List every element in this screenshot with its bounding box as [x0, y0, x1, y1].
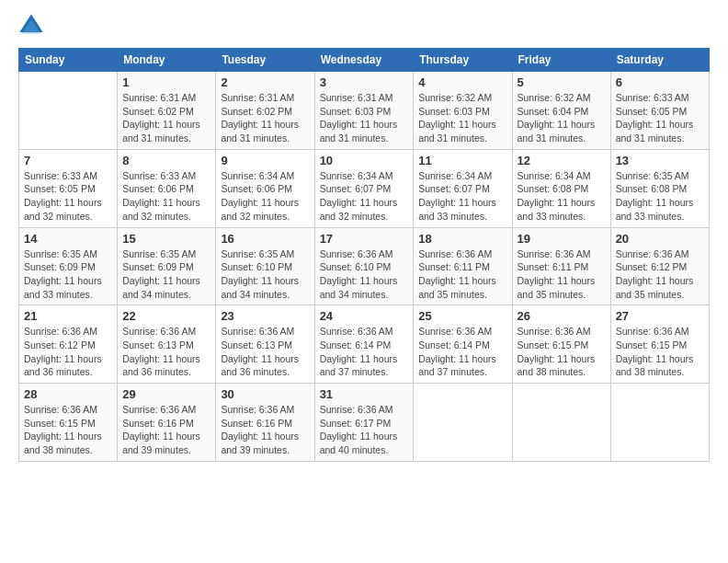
day-number: 19: [518, 232, 606, 246]
calendar-table: SundayMondayTuesdayWednesdayThursdayFrid…: [18, 48, 710, 462]
calendar-cell: 23Sunrise: 6:36 AM Sunset: 6:13 PM Dayli…: [216, 305, 314, 384]
calendar-cell: 19Sunrise: 6:36 AM Sunset: 6:11 PM Dayli…: [512, 227, 610, 305]
day-number: 28: [24, 387, 112, 401]
day-number: 2: [221, 75, 309, 89]
col-header-friday: Friday: [512, 49, 610, 72]
day-info: Sunrise: 6:33 AM Sunset: 6:05 PM Dayligh…: [616, 91, 704, 145]
day-number: 7: [24, 154, 112, 167]
calendar-cell: 29Sunrise: 6:36 AM Sunset: 6:16 PM Dayli…: [118, 384, 216, 462]
calendar-cell: 6Sunrise: 6:33 AM Sunset: 6:05 PM Daylig…: [610, 72, 709, 150]
calendar-cell: 30Sunrise: 6:36 AM Sunset: 6:16 PM Dayli…: [216, 384, 314, 462]
day-number: 25: [418, 309, 506, 323]
calendar-cell: 16Sunrise: 6:35 AM Sunset: 6:10 PM Dayli…: [216, 227, 314, 305]
day-number: 23: [221, 309, 309, 323]
calendar-cell: 18Sunrise: 6:36 AM Sunset: 6:11 PM Dayli…: [414, 227, 512, 305]
calendar-cell: 3Sunrise: 6:31 AM Sunset: 6:03 PM Daylig…: [314, 72, 414, 150]
logo: [18, 15, 48, 39]
calendar-cell: 4Sunrise: 6:32 AM Sunset: 6:03 PM Daylig…: [414, 72, 512, 150]
day-number: 8: [122, 154, 210, 167]
day-number: 22: [122, 309, 210, 323]
calendar-cell: 26Sunrise: 6:36 AM Sunset: 6:15 PM Dayli…: [512, 305, 610, 384]
day-number: 13: [616, 154, 704, 167]
day-number: 26: [518, 309, 606, 323]
day-info: Sunrise: 6:36 AM Sunset: 6:12 PM Dayligh…: [616, 247, 704, 302]
calendar-cell: 11Sunrise: 6:34 AM Sunset: 6:07 PM Dayli…: [414, 149, 512, 227]
day-info: Sunrise: 6:36 AM Sunset: 6:12 PM Dayligh…: [24, 325, 112, 379]
calendar-cell: 13Sunrise: 6:35 AM Sunset: 6:08 PM Dayli…: [610, 149, 709, 227]
week-row-2: 7Sunrise: 6:33 AM Sunset: 6:05 PM Daylig…: [19, 149, 710, 227]
calendar-cell: 9Sunrise: 6:34 AM Sunset: 6:06 PM Daylig…: [216, 149, 314, 227]
header: [18, 15, 710, 39]
day-info: Sunrise: 6:35 AM Sunset: 6:09 PM Dayligh…: [122, 247, 210, 302]
calendar-cell: 7Sunrise: 6:33 AM Sunset: 6:05 PM Daylig…: [19, 149, 118, 227]
day-info: Sunrise: 6:35 AM Sunset: 6:08 PM Dayligh…: [616, 169, 704, 224]
day-info: Sunrise: 6:36 AM Sunset: 6:13 PM Dayligh…: [221, 325, 309, 379]
day-number: 27: [616, 309, 704, 323]
col-header-thursday: Thursday: [414, 49, 512, 72]
logo-icon: [18, 13, 44, 39]
day-info: Sunrise: 6:36 AM Sunset: 6:15 PM Dayligh…: [518, 325, 606, 379]
calendar-cell: 10Sunrise: 6:34 AM Sunset: 6:07 PM Dayli…: [314, 149, 414, 227]
day-number: 12: [518, 154, 606, 167]
day-info: Sunrise: 6:36 AM Sunset: 6:11 PM Dayligh…: [418, 247, 506, 302]
day-info: Sunrise: 6:36 AM Sunset: 6:17 PM Dayligh…: [320, 403, 409, 457]
day-number: 31: [320, 387, 409, 401]
calendar-cell: 21Sunrise: 6:36 AM Sunset: 6:12 PM Dayli…: [19, 305, 118, 384]
week-row-3: 14Sunrise: 6:35 AM Sunset: 6:09 PM Dayli…: [19, 227, 710, 305]
calendar-header-row: SundayMondayTuesdayWednesdayThursdayFrid…: [19, 49, 710, 72]
calendar-cell: 8Sunrise: 6:33 AM Sunset: 6:06 PM Daylig…: [118, 149, 216, 227]
day-info: Sunrise: 6:32 AM Sunset: 6:03 PM Dayligh…: [418, 91, 506, 145]
calendar-cell: 20Sunrise: 6:36 AM Sunset: 6:12 PM Dayli…: [610, 227, 709, 305]
week-row-5: 28Sunrise: 6:36 AM Sunset: 6:15 PM Dayli…: [19, 384, 710, 462]
day-number: 14: [24, 232, 112, 246]
day-number: 5: [518, 75, 606, 89]
day-info: Sunrise: 6:31 AM Sunset: 6:02 PM Dayligh…: [221, 91, 309, 145]
day-number: 18: [418, 232, 506, 246]
calendar-cell: 17Sunrise: 6:36 AM Sunset: 6:10 PM Dayli…: [314, 227, 414, 305]
day-info: Sunrise: 6:32 AM Sunset: 6:04 PM Dayligh…: [518, 91, 606, 145]
day-info: Sunrise: 6:36 AM Sunset: 6:15 PM Dayligh…: [616, 325, 704, 379]
day-number: 9: [221, 154, 309, 167]
calendar-cell: [610, 384, 709, 462]
day-number: 11: [418, 154, 506, 167]
day-number: 15: [122, 232, 210, 246]
day-info: Sunrise: 6:34 AM Sunset: 6:07 PM Dayligh…: [418, 169, 506, 224]
day-info: Sunrise: 6:36 AM Sunset: 6:16 PM Dayligh…: [221, 403, 309, 457]
calendar-cell: 5Sunrise: 6:32 AM Sunset: 6:04 PM Daylig…: [512, 72, 610, 150]
day-number: 21: [24, 309, 112, 323]
calendar-cell: 24Sunrise: 6:36 AM Sunset: 6:14 PM Dayli…: [314, 305, 414, 384]
day-info: Sunrise: 6:35 AM Sunset: 6:10 PM Dayligh…: [221, 247, 309, 302]
calendar-cell: 28Sunrise: 6:36 AM Sunset: 6:15 PM Dayli…: [19, 384, 118, 462]
day-info: Sunrise: 6:36 AM Sunset: 6:13 PM Dayligh…: [122, 325, 210, 379]
calendar-cell: 25Sunrise: 6:36 AM Sunset: 6:14 PM Dayli…: [414, 305, 512, 384]
day-number: 4: [418, 75, 506, 89]
day-number: 1: [122, 75, 210, 89]
day-number: 17: [320, 232, 409, 246]
day-info: Sunrise: 6:34 AM Sunset: 6:08 PM Dayligh…: [518, 169, 606, 224]
col-header-saturday: Saturday: [610, 49, 709, 72]
day-info: Sunrise: 6:36 AM Sunset: 6:16 PM Dayligh…: [122, 403, 210, 457]
day-info: Sunrise: 6:36 AM Sunset: 6:15 PM Dayligh…: [24, 403, 112, 457]
day-number: 24: [320, 309, 409, 323]
calendar-cell: [512, 384, 610, 462]
calendar-cell: 22Sunrise: 6:36 AM Sunset: 6:13 PM Dayli…: [118, 305, 216, 384]
day-info: Sunrise: 6:36 AM Sunset: 6:14 PM Dayligh…: [418, 325, 506, 379]
main-container: SundayMondayTuesdayWednesdayThursdayFrid…: [0, 0, 728, 471]
col-header-monday: Monday: [118, 49, 216, 72]
day-info: Sunrise: 6:33 AM Sunset: 6:05 PM Dayligh…: [24, 169, 112, 224]
calendar-cell: 1Sunrise: 6:31 AM Sunset: 6:02 PM Daylig…: [118, 72, 216, 150]
calendar-cell: [414, 384, 512, 462]
day-info: Sunrise: 6:36 AM Sunset: 6:10 PM Dayligh…: [320, 247, 409, 302]
day-number: 3: [320, 75, 409, 89]
calendar-cell: 2Sunrise: 6:31 AM Sunset: 6:02 PM Daylig…: [216, 72, 314, 150]
calendar-cell: 12Sunrise: 6:34 AM Sunset: 6:08 PM Dayli…: [512, 149, 610, 227]
day-number: 20: [616, 232, 704, 246]
day-info: Sunrise: 6:35 AM Sunset: 6:09 PM Dayligh…: [24, 247, 112, 302]
day-info: Sunrise: 6:33 AM Sunset: 6:06 PM Dayligh…: [122, 169, 210, 224]
week-row-1: 1Sunrise: 6:31 AM Sunset: 6:02 PM Daylig…: [19, 72, 710, 150]
day-number: 29: [122, 387, 210, 401]
day-number: 30: [221, 387, 309, 401]
day-number: 16: [221, 232, 309, 246]
calendar-cell: 27Sunrise: 6:36 AM Sunset: 6:15 PM Dayli…: [610, 305, 709, 384]
calendar-cell: 14Sunrise: 6:35 AM Sunset: 6:09 PM Dayli…: [19, 227, 118, 305]
